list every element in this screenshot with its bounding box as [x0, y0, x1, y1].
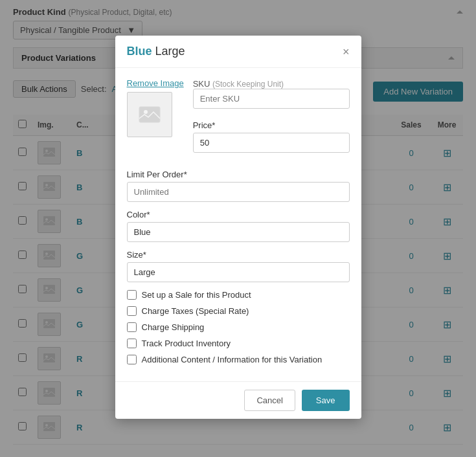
checkbox-cb-inventory[interactable]: [127, 339, 137, 348]
checkbox-cb-sale[interactable]: [127, 290, 137, 300]
checkbox-label-cb-inventory: Track Product Inventory: [142, 339, 231, 348]
image-section: Remove Image: [127, 78, 184, 161]
modal-title: Blue Large: [127, 45, 185, 58]
limit-field-group: Limit Per Order*: [127, 170, 350, 202]
modal-footer: Cancel Save: [115, 381, 361, 419]
checkbox-cb-taxes[interactable]: [127, 306, 137, 316]
sku-section: SKU (Stock Keeping Unit) Price*: [193, 78, 350, 161]
checkbox-label-cb-taxes: Charge Taxes (Special Rate): [142, 306, 249, 316]
checkbox-label-cb-content: Additional Content / Information for thi…: [142, 355, 323, 364]
checkbox-group: Additional Content / Information for thi…: [127, 355, 350, 364]
limit-label: Limit Per Order*: [127, 170, 350, 179]
modal-close-button[interactable]: ×: [343, 46, 350, 58]
checkbox-group: Charge Taxes (Special Rate): [127, 306, 350, 316]
cancel-button[interactable]: Cancel: [244, 390, 295, 411]
checkbox-cb-content[interactable]: [127, 355, 137, 364]
save-button[interactable]: Save: [302, 390, 350, 411]
size-input[interactable]: [127, 262, 350, 282]
top-row: Remove Image SKU (Stock Keeping Unit: [127, 78, 350, 161]
color-input[interactable]: [127, 222, 350, 242]
svg-rect-18: [139, 107, 160, 122]
limit-input[interactable]: [127, 182, 350, 202]
price-field-group: Price*: [193, 120, 350, 153]
color-field-group: Color*: [127, 210, 350, 242]
remove-image-link[interactable]: Remove Image: [127, 78, 184, 88]
size-field-group: Size*: [127, 250, 350, 282]
checkbox-cb-shipping[interactable]: [127, 322, 137, 332]
price-input[interactable]: [193, 133, 350, 153]
price-label: Price*: [193, 120, 350, 130]
modal-body: Remove Image SKU (Stock Keeping Unit: [115, 68, 361, 381]
checkboxes-container: Set up a Sale for this Product Charge Ta…: [127, 290, 350, 364]
modal-title-large: Large: [155, 45, 185, 58]
modal-header: Blue Large ×: [115, 36, 361, 68]
sku-label: SKU (Stock Keeping Unit): [193, 79, 284, 89]
product-image-thumb[interactable]: [127, 92, 172, 137]
sku-field-group: SKU (Stock Keeping Unit): [193, 78, 350, 109]
modal-title-blue: Blue: [127, 45, 152, 58]
checkbox-group: Charge Shipping: [127, 322, 350, 332]
size-label: Size*: [127, 250, 350, 260]
image-placeholder-icon: [138, 103, 161, 126]
checkbox-group: Track Product Inventory: [127, 339, 350, 348]
svg-point-19: [144, 110, 148, 114]
sku-input[interactable]: [193, 89, 350, 109]
checkbox-label-cb-shipping: Charge Shipping: [142, 322, 205, 332]
color-label: Color*: [127, 210, 350, 219]
checkbox-label-cb-sale: Set up a Sale for this Product: [142, 290, 251, 300]
checkbox-group: Set up a Sale for this Product: [127, 290, 350, 300]
modal-overlay: Blue Large × Remove Image: [0, 0, 476, 457]
variation-modal: Blue Large × Remove Image: [115, 36, 361, 419]
